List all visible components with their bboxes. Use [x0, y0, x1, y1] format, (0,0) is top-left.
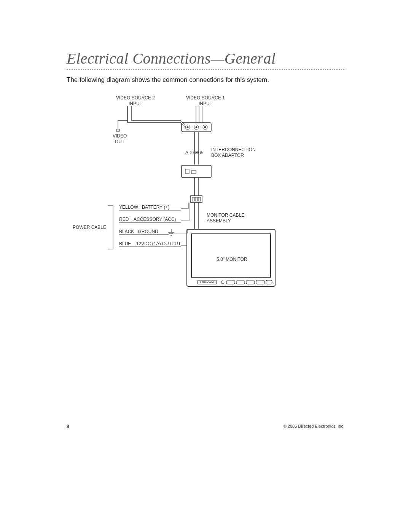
section-heading: Electrical Connections—General: [67, 50, 344, 67]
svg-rect-14: [195, 197, 198, 201]
svg-point-4: [196, 126, 198, 128]
label-adaptor-desc: INTERCONNECTION BOX ADAPTOR: [211, 147, 256, 158]
label-monitor-size: 5.8" MONITOR: [217, 257, 247, 262]
svg-rect-30: [246, 280, 255, 284]
diagram-svg: [67, 93, 344, 306]
page-number: 8: [67, 424, 69, 429]
svg-rect-28: [226, 280, 235, 284]
label-monitor-brand: Directed: [200, 280, 214, 285]
label-monitor-cable: MONITOR CABLE ASSEMBLY: [207, 212, 244, 224]
svg-rect-13: [192, 197, 194, 201]
copyright-text: © 2005 Directed Electronics, Inc.: [284, 424, 344, 428]
label-video-out: VIDEO OUT: [113, 133, 127, 145]
svg-rect-10: [191, 171, 196, 174]
label-video-source-2: VIDEO SOURCE 2 INPUT: [116, 95, 155, 107]
svg-rect-15: [198, 197, 201, 201]
svg-rect-32: [266, 280, 272, 284]
svg-rect-7: [116, 129, 119, 131]
svg-rect-9: [185, 169, 189, 174]
wiring-diagram: VIDEO SOURCE 2 INPUT VIDEO SOURCE 1 INPU…: [67, 93, 344, 306]
svg-rect-25: [191, 234, 271, 277]
svg-point-6: [204, 126, 206, 128]
page-footer: 8 © 2005 Directed Electronics, Inc.: [67, 424, 344, 429]
wire-row-yellow: YELLOW BATTERY (+): [119, 204, 169, 210]
label-adaptor-model: AD-6865: [185, 150, 203, 156]
svg-point-2: [187, 126, 189, 128]
intro-text: The following diagram shows the common c…: [67, 76, 344, 84]
dotted-rule: [67, 69, 344, 70]
svg-rect-8: [182, 165, 211, 177]
wire-row-black: BLACK GROUND: [119, 229, 158, 235]
svg-rect-29: [236, 280, 245, 284]
label-video-source-1: VIDEO SOURCE 1 INPUT: [186, 95, 225, 107]
label-power-cable: POWER CABLE: [73, 225, 106, 230]
wire-row-blue: BLUE 12VDC (1A) OUTPUT: [119, 241, 181, 247]
wire-row-red: RED ACCESSORY (ACC): [119, 217, 176, 222]
svg-rect-31: [256, 280, 264, 284]
svg-point-27: [221, 281, 224, 284]
